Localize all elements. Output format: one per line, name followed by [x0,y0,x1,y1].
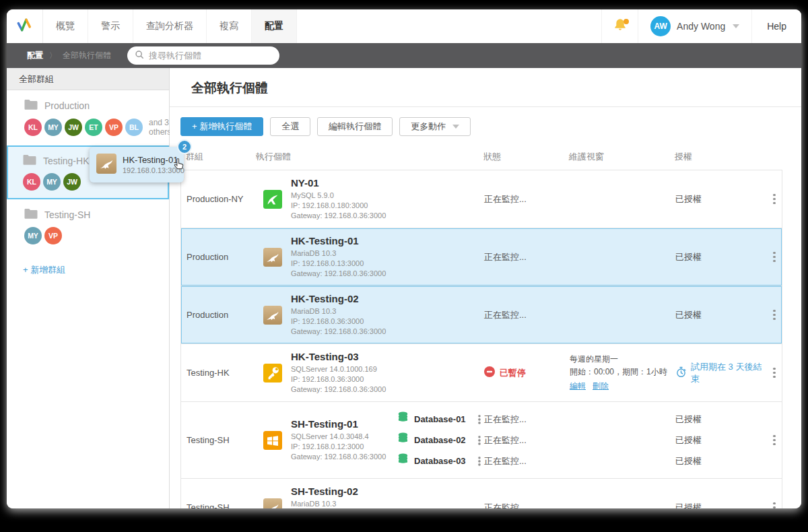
chevron-down-icon [733,24,739,28]
license-cell: 試用期在 3 天後結束 [675,361,766,385]
database-name: Database-03 [414,456,469,466]
avatar: MY [24,227,42,244]
add-group-button[interactable]: + 新增群組 [23,264,65,276]
add-instance-button[interactable]: + 新增執行個體 [180,117,263,136]
instance-ip: IP: 192.168.0.13:3000 [291,259,386,269]
instance-ip: IP: 192.168.0.12:3000 [291,442,386,452]
table-row-hk-testing-01[interactable]: ProductionHK-Testing-01MariaDB 10.3IP: 1… [181,228,782,286]
avatar: BL [125,119,143,136]
instance-gateway: Gateway: 192.168.0.36:3000 [291,452,386,462]
group-cell: Testing-SH [181,435,257,445]
maintenance-delete-link[interactable]: 刪除 [593,381,609,391]
instance-gateway: Gateway: 192.168.0.36:3000 [291,327,386,337]
instance-gateway: Gateway: 192.168.0.36:3000 [291,269,386,279]
instance-ip: IP: 192.168.0.180:3000 [291,201,386,211]
instance-name: SH-Testing-01 [291,418,386,430]
database-row-database-02[interactable]: Database-02 [398,430,483,451]
kebab-menu-icon[interactable] [766,365,783,381]
database-name: Database-02 [414,435,469,445]
avatar: VP [105,119,123,136]
database-row-database-03[interactable]: Database-03 [398,451,483,471]
more-actions-button[interactable]: 更多動作 [399,117,471,136]
table-row-sh-testing-01[interactable]: Testing-SHSH-Testing-01SQLServer 14.0.30… [181,402,782,479]
kebab-menu-icon[interactable] [476,434,483,447]
brand-logo[interactable] [7,9,43,43]
instance-name: SH-Testing-02 [291,486,386,497]
kebab-menu-icon[interactable] [476,413,483,426]
group-avatars: MYVP [24,227,162,244]
maintenance-edit-link[interactable]: 編輯 [570,381,586,391]
row-actions-cell [766,432,783,448]
user-menu[interactable]: AW Andy Wong [638,9,751,43]
search-icon [135,50,144,62]
breadcrumb-section[interactable]: 配置 [27,50,43,61]
group-name: Testing-HK [43,156,89,166]
kebab-menu-icon[interactable] [766,432,783,448]
sidebar-header: 全部群組 [7,68,169,90]
status-cell: 已暫停 [484,366,570,379]
database-row-database-01[interactable]: Database-01 [398,409,483,430]
help-button[interactable]: Help [751,9,801,43]
instance-version: MariaDB 10.3 [291,306,386,317]
column-header-instance: 執行個體 [256,151,483,163]
page-title: 全部執行個體 [191,81,268,95]
edit-instances-button[interactable]: 編輯執行個體 [317,117,393,136]
instance-name: NY-01 [291,177,386,189]
avatar: VP [44,227,62,244]
app-window: 概覽警示查詢分析器複寫配置 AW Andy Wong Help [7,9,801,508]
breadcrumb-separator: 〉 [49,51,57,61]
sidebar-group-production[interactable]: ProductionKLMYJWETVPBLand 3 others... [7,90,169,145]
mariadb-icon [263,306,282,325]
search-input[interactable] [149,51,272,61]
user-avatar: AW [650,16,671,36]
license-cell: 已授權 [675,251,766,263]
status-cell: 正在監控...正在監控...正在監控... [484,409,570,471]
table-row-hk-testing-03[interactable]: Testing-HKHK-Testing-03SQLServer 14.0.10… [181,344,782,402]
table-row-hk-testing-02[interactable]: ProductionHK-Testing-02MariaDB 10.3IP: 1… [181,286,782,344]
instance-name: HK-Testing-03 [291,351,386,362]
groups-sidebar: 全部群組 ProductionKLMYJWETVPBLand 3 others.… [7,68,170,508]
chevron-down-icon [452,125,459,129]
more-actions-label: 更多動作 [411,121,446,133]
drag-preview-tooltip: 2 HK-Testing-01 192.168.0.13:3000 [90,147,184,182]
row-actions-cell [766,191,783,207]
nav-tab-2[interactable]: 警示 [88,9,133,43]
avatar: JW [65,119,82,136]
kebab-menu-icon[interactable] [766,191,783,207]
kebab-menu-icon[interactable] [766,307,783,323]
instances-table: 群組 執行個體 狀態 維護視窗 授權 Production-NYNY-01MyS… [180,145,782,508]
status-text: 正在監控... [484,194,527,204]
select-all-button[interactable]: 全選 [270,117,310,136]
nav-right: AW Andy Wong Help [601,9,801,43]
nav-tab-4[interactable]: 複寫 [207,9,252,43]
table-header-row: 群組 執行個體 狀態 維護視窗 授權 [180,145,782,170]
instance-cell: HK-Testing-01MariaDB 10.3IP: 192.168.0.1… [257,228,484,286]
nav-tab-5[interactable]: 配置 [252,9,297,43]
kebab-menu-icon[interactable] [476,455,483,468]
toolbar: + 新增執行個體 全選 編輯執行個體 更多動作 [170,107,801,136]
table-row-sh-testing-02[interactable]: Testing-SHSH-Testing-02MariaDB 10.3IP: 1… [181,479,782,508]
folder-icon [23,154,36,168]
row-actions-cell [766,365,783,381]
mariadb-icon [263,498,282,509]
table-row-ny-01[interactable]: Production-NYNY-01MySQL 5.9.0IP: 192.168… [181,170,782,228]
sidebar-group-testing-sh[interactable]: Testing-SHMYVP [7,199,169,253]
row-actions-cell [766,249,783,265]
kebab-menu-icon[interactable] [766,500,783,508]
nav-tab-1[interactable]: 概覽 [43,9,88,43]
status-text: 正在監控... [484,430,570,451]
windows-icon [263,431,282,450]
status-text: 正在監控... [484,502,527,509]
nav-tab-3[interactable]: 查詢分析器 [133,9,207,43]
mysql-icon [263,190,282,209]
group-name: Production [44,100,90,111]
avatar: KL [23,173,40,191]
kebab-menu-icon[interactable] [766,249,783,265]
license-cell: 已授權 [675,309,766,321]
stopwatch-icon [675,366,687,380]
status-text: 正在監控... [484,409,570,430]
status-text: 正在監控... [484,252,527,262]
instance-search-box[interactable] [127,46,279,65]
notifications-button[interactable] [601,9,638,43]
sqlserver-icon [263,364,282,383]
